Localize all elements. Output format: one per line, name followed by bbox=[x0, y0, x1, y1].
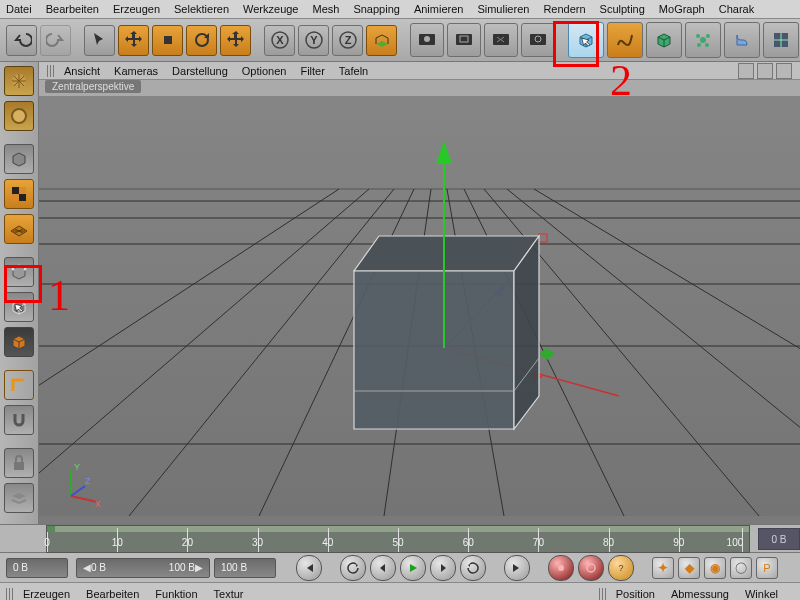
render-picture[interactable] bbox=[484, 23, 518, 57]
end-frame-field[interactable]: 100 B bbox=[214, 558, 276, 578]
workplane-mode[interactable] bbox=[4, 214, 34, 244]
drag-handle-icon[interactable] bbox=[47, 65, 56, 77]
svg-marker-61 bbox=[436, 141, 452, 164]
axis-x-label: X bbox=[95, 499, 101, 508]
svg-text:Y: Y bbox=[310, 34, 318, 46]
menu-bearbeiten[interactable]: Bearbeiten bbox=[46, 3, 99, 15]
undo-button[interactable] bbox=[6, 25, 37, 56]
play-button[interactable] bbox=[400, 555, 426, 581]
timeline-ruler[interactable]: 0 10 20 30 40 50 60 70 80 90 100 bbox=[46, 525, 750, 553]
menu-simulieren[interactable]: Simulieren bbox=[477, 3, 529, 15]
add-generator[interactable] bbox=[646, 22, 682, 58]
svg-point-66 bbox=[587, 564, 595, 572]
svg-text:?: ? bbox=[618, 563, 623, 573]
render-region[interactable] bbox=[447, 23, 481, 57]
range-slider[interactable]: ◀ 0 B 100 B ▶ bbox=[76, 558, 210, 578]
menu-mograph[interactable]: MoGraph bbox=[659, 3, 705, 15]
vp-menu-optionen[interactable]: Optionen bbox=[242, 65, 287, 77]
vp-menu-filter[interactable]: Filter bbox=[300, 65, 324, 77]
uv-mode[interactable] bbox=[4, 179, 34, 209]
model-mode[interactable] bbox=[4, 66, 34, 96]
y-axis-lock[interactable]: Y bbox=[298, 25, 329, 56]
menu-sculpting[interactable]: Sculpting bbox=[600, 3, 645, 15]
viewport-3d[interactable]: Y Z X bbox=[39, 96, 800, 524]
main-menu: Datei Bearbeiten Erzeugen Selektieren We… bbox=[0, 0, 800, 19]
svg-point-16 bbox=[696, 34, 700, 38]
tab-abmessung[interactable]: Abmessung bbox=[671, 588, 729, 600]
svg-text:Z: Z bbox=[344, 34, 351, 46]
render-view[interactable] bbox=[410, 23, 444, 57]
z-axis-lock[interactable]: Z bbox=[332, 25, 363, 56]
tab-bearbeiten[interactable]: Bearbeiten bbox=[86, 588, 139, 600]
texture-mode[interactable] bbox=[4, 144, 34, 174]
viewport-projection-label: Zentralperspektive bbox=[45, 80, 141, 93]
render-settings[interactable] bbox=[521, 23, 555, 57]
axis-y-label: Y bbox=[74, 462, 80, 472]
menu-erzeugen[interactable]: Erzeugen bbox=[113, 3, 160, 15]
menu-datei[interactable]: Datei bbox=[6, 3, 32, 15]
tab-textur[interactable]: Textur bbox=[214, 588, 244, 600]
vp-nav-zoom[interactable] bbox=[757, 63, 773, 79]
step-back-button[interactable] bbox=[370, 555, 396, 581]
step-fwd-button[interactable] bbox=[430, 555, 456, 581]
object-mode[interactable] bbox=[4, 101, 34, 131]
svg-point-18 bbox=[697, 43, 701, 47]
timeline[interactable]: 0 10 20 30 40 50 60 70 80 90 100 0 B bbox=[0, 524, 800, 552]
layer-palette[interactable] bbox=[4, 483, 34, 513]
key-pla-toggle[interactable]: P bbox=[756, 557, 778, 579]
vp-nav-orbit[interactable] bbox=[776, 63, 792, 79]
autokey-button[interactable] bbox=[578, 555, 604, 581]
bottom-panels: Erzeugen Bearbeiten Funktion Textur Posi… bbox=[0, 582, 800, 600]
key-param-toggle[interactable]: ◯ bbox=[730, 557, 752, 579]
axis-mode[interactable] bbox=[4, 370, 34, 400]
tab-funktion[interactable]: Funktion bbox=[155, 588, 197, 600]
svg-line-63 bbox=[71, 496, 97, 502]
redo-button[interactable] bbox=[40, 25, 71, 56]
next-key-button[interactable] bbox=[460, 555, 486, 581]
key-options-button[interactable]: ? bbox=[608, 555, 634, 581]
coord-system[interactable] bbox=[366, 25, 397, 56]
goto-end-button[interactable] bbox=[504, 555, 530, 581]
key-scale-toggle[interactable]: ◆ bbox=[678, 557, 700, 579]
vp-menu-tafeln[interactable]: Tafeln bbox=[339, 65, 368, 77]
tab-position[interactable]: Position bbox=[616, 588, 655, 600]
last-tool[interactable] bbox=[220, 25, 251, 56]
current-frame-field[interactable]: 0 B bbox=[6, 558, 68, 578]
vp-menu-kameras[interactable]: Kameras bbox=[114, 65, 158, 77]
tab-erzeugen[interactable]: Erzeugen bbox=[23, 588, 70, 600]
vp-menu-ansicht[interactable]: Ansicht bbox=[64, 65, 100, 77]
drag-handle-icon[interactable] bbox=[599, 588, 608, 600]
tab-winkel[interactable]: Winkel bbox=[745, 588, 778, 600]
snap-mode[interactable] bbox=[4, 405, 34, 435]
add-particle[interactable] bbox=[685, 22, 721, 58]
goto-start-button[interactable] bbox=[296, 555, 322, 581]
vp-menu-darstellung[interactable]: Darstellung bbox=[172, 65, 228, 77]
polygons-mode[interactable] bbox=[4, 327, 34, 357]
scale-tool[interactable] bbox=[152, 25, 183, 56]
add-deformer[interactable] bbox=[724, 22, 760, 58]
menu-werkzeuge[interactable]: Werkzeuge bbox=[243, 3, 298, 15]
drag-handle-icon[interactable] bbox=[6, 588, 15, 600]
timeline-frame-chip: 0 B bbox=[758, 528, 800, 550]
menu-rendern[interactable]: Rendern bbox=[543, 3, 585, 15]
viewport-label-bar: Zentralperspektive bbox=[39, 80, 800, 96]
rotate-tool[interactable] bbox=[186, 25, 217, 56]
menu-mesh[interactable]: Mesh bbox=[312, 3, 339, 15]
y-axis-gizmo bbox=[39, 96, 800, 516]
add-environment[interactable] bbox=[763, 22, 799, 58]
record-button[interactable] bbox=[548, 555, 574, 581]
prev-key-button[interactable] bbox=[340, 555, 366, 581]
key-rot-toggle[interactable]: ◉ bbox=[704, 557, 726, 579]
menu-selektieren[interactable]: Selektieren bbox=[174, 3, 229, 15]
menu-charakter[interactable]: Charak bbox=[719, 3, 754, 15]
menu-snapping[interactable]: Snapping bbox=[353, 3, 400, 15]
menu-animieren[interactable]: Animieren bbox=[414, 3, 464, 15]
vp-nav-pan[interactable] bbox=[738, 63, 754, 79]
move-tool[interactable] bbox=[118, 25, 149, 56]
select-tool[interactable] bbox=[84, 25, 115, 56]
svg-point-9 bbox=[424, 36, 430, 42]
add-spline[interactable] bbox=[607, 22, 643, 58]
x-axis-lock[interactable]: X bbox=[264, 25, 295, 56]
lock-mode[interactable] bbox=[4, 448, 34, 478]
key-pos-toggle[interactable]: ✦ bbox=[652, 557, 674, 579]
